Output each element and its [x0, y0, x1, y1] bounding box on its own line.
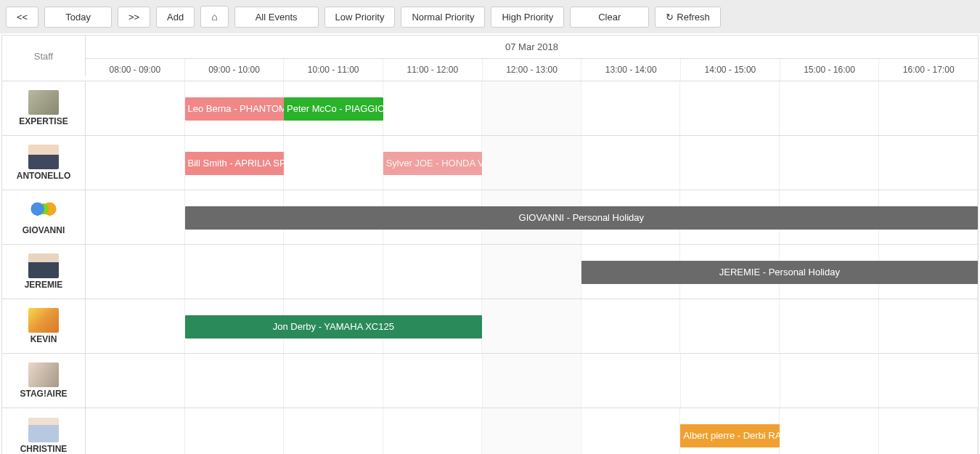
lane[interactable]: Albert pierre - Derbi RAI	[86, 408, 978, 454]
toolbar: << Today >> Add All Events Low Priority …	[0, 0, 980, 33]
lane-cell[interactable]	[86, 299, 185, 353]
lane[interactable]: Leo Berna - PHANTOMPeter McCo - PIAGGIO	[86, 81, 978, 135]
lane-cell[interactable]	[284, 136, 383, 190]
lane-cell[interactable]	[581, 136, 681, 190]
lane-cell[interactable]	[879, 354, 978, 408]
event[interactable]: Jon Derby - YAMAHA XC125	[185, 315, 483, 339]
staff-name-label: EXPERTISE	[19, 116, 68, 126]
lane-cell[interactable]	[284, 354, 383, 408]
refresh-button[interactable]: Refresh	[655, 7, 721, 28]
add-button[interactable]: Add	[156, 7, 195, 28]
lane-cell[interactable]	[482, 245, 581, 299]
lane-cell[interactable]	[581, 354, 681, 408]
lane-cell[interactable]	[780, 354, 880, 408]
staff-name-label: STAG!AIRE	[20, 389, 67, 399]
staff-row: ANTONELLOBill Smith - APRILIA SPSylver J…	[2, 136, 978, 190]
next-button[interactable]: >>	[118, 7, 150, 28]
lane-cell[interactable]	[86, 81, 185, 135]
lane-cell[interactable]	[185, 408, 285, 454]
lane-cell[interactable]	[581, 408, 681, 454]
lane-cell[interactable]	[383, 245, 483, 299]
lane[interactable]	[86, 354, 978, 408]
lane-cell[interactable]	[879, 299, 979, 353]
lane-cell[interactable]	[86, 190, 185, 244]
staff-name-label: JEREMIE	[25, 280, 63, 290]
lane[interactable]: Bill Smith - APRILIA SPSylver JOE - HOND…	[86, 136, 978, 190]
lane-cell[interactable]	[483, 354, 582, 408]
lane-cell[interactable]	[383, 354, 483, 408]
refresh-icon	[666, 12, 674, 23]
event[interactable]: Peter McCo - PIAGGIO	[284, 97, 383, 121]
lane-cell[interactable]	[284, 245, 383, 299]
lane-cell[interactable]	[284, 408, 383, 454]
staff-row: CHRISTINEAlbert pierre - Derbi RAI	[2, 408, 978, 454]
lane-cell[interactable]	[879, 408, 979, 454]
staff-cell: JEREMIE	[2, 245, 86, 299]
avatar	[28, 418, 59, 442]
lane-cell[interactable]	[86, 354, 185, 408]
staff-row: STAG!AIRE	[2, 354, 978, 408]
home-button[interactable]	[200, 6, 228, 28]
event[interactable]: GIOVANNI - Personal Holiday	[185, 206, 978, 230]
lane-cell[interactable]	[383, 408, 483, 454]
lane-cell[interactable]	[482, 81, 581, 135]
lane-cell[interactable]	[879, 136, 979, 190]
lane-cell[interactable]	[879, 81, 979, 135]
prev-button[interactable]: <<	[6, 7, 38, 28]
lane-cell[interactable]	[86, 408, 185, 454]
event[interactable]: Bill Smith - APRILIA SP	[185, 152, 285, 175]
normal-priority-button[interactable]: Normal Priority	[401, 7, 485, 28]
time-header-cell: 08:00 - 09:00	[86, 59, 185, 81]
lane-cell[interactable]	[482, 136, 581, 190]
time-header-row: 08:00 - 09:0009:00 - 10:0010:00 - 11:001…	[86, 59, 978, 81]
staff-name-label: ANTONELLO	[17, 171, 70, 181]
avatar	[28, 362, 59, 387]
event[interactable]: Leo Berna - PHANTOM	[185, 97, 285, 121]
time-header-cell: 11:00 - 12:00	[383, 59, 483, 81]
lane-cell[interactable]	[681, 354, 780, 408]
avatar	[28, 145, 59, 169]
refresh-label: Refresh	[677, 12, 710, 23]
all-events-button[interactable]: All Events	[234, 7, 319, 28]
high-priority-button[interactable]: High Priority	[491, 7, 564, 28]
staff-cell: GIOVANNI	[2, 190, 86, 244]
lane-cell[interactable]	[680, 81, 780, 135]
lane-cell[interactable]	[780, 136, 879, 190]
lane-cell[interactable]	[780, 299, 879, 353]
time-header-cell: 14:00 - 15:00	[681, 59, 780, 81]
lane-cell[interactable]	[780, 81, 879, 135]
lane[interactable]: JEREMIE - Personal Holiday	[86, 245, 978, 299]
time-header-cell: 13:00 - 14:00	[581, 59, 681, 81]
lane-cell[interactable]	[581, 299, 681, 353]
lane-cell[interactable]	[185, 245, 285, 299]
lane[interactable]: GIOVANNI - Personal Holiday	[86, 190, 978, 244]
lane-cell[interactable]	[383, 81, 483, 135]
lane[interactable]: Jon Derby - YAMAHA XC125	[86, 299, 978, 353]
lane-cell[interactable]	[780, 408, 879, 454]
staff-row: GIOVANNIGIOVANNI - Personal Holiday	[2, 190, 978, 245]
lane-cell[interactable]	[680, 299, 780, 353]
staff-name-label: GIOVANNI	[23, 225, 65, 235]
low-priority-button[interactable]: Low Priority	[324, 7, 396, 28]
header-row: Staff 07 Mar 2018 08:00 - 09:0009:00 - 1…	[2, 36, 978, 81]
home-icon	[211, 11, 217, 23]
today-button[interactable]: Today	[44, 7, 112, 28]
lane-cell[interactable]	[86, 245, 185, 299]
staff-name-label: KEVIN	[30, 334, 57, 344]
event[interactable]: Sylver JOE - HONDA VFR 800 FI	[383, 152, 483, 175]
lane-cell[interactable]	[185, 354, 285, 408]
staff-header: Staff	[2, 36, 86, 76]
lane-cell[interactable]	[482, 408, 581, 454]
clear-button[interactable]: Clear	[570, 7, 649, 28]
avatar	[28, 90, 59, 115]
lane-cell[interactable]	[680, 136, 780, 190]
staff-cell: EXPERTISE	[2, 81, 86, 135]
time-header-cell: 09:00 - 10:00	[185, 59, 285, 81]
lane-cell[interactable]	[581, 81, 681, 135]
time-header-cell: 10:00 - 11:00	[284, 59, 383, 81]
event[interactable]: Albert pierre - Derbi RAI	[680, 424, 780, 447]
avatar	[28, 199, 59, 224]
lane-cell[interactable]	[86, 136, 185, 190]
lane-cell[interactable]	[482, 299, 581, 353]
event[interactable]: JEREMIE - Personal Holiday	[581, 261, 978, 284]
